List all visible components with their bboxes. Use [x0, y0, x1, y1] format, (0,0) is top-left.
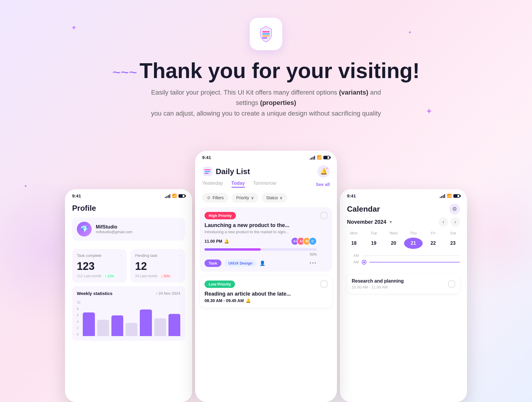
- time-line-1: AM: [347, 254, 460, 258]
- notification-dot: [326, 167, 328, 169]
- chevron-down-icon-2: ∨: [280, 195, 283, 200]
- status-bar-right: 9:41 📶: [340, 189, 467, 201]
- brand: Daily List: [202, 166, 250, 177]
- status-icons-right: 📶: [440, 194, 460, 198]
- high-priority-badge: High Priority: [205, 212, 236, 219]
- filter-filters-button[interactable]: ⚙ Filters: [202, 193, 228, 202]
- cal-day-22[interactable]: 22: [424, 238, 442, 249]
- more-options-icon[interactable]: •••: [309, 260, 317, 266]
- bell-icon: 🔔: [224, 239, 229, 244]
- calendar-grid: Mon Tue Wed Thu Fri Sat 18 19 20 21 22 2…: [340, 231, 467, 249]
- battery-icon-left: [179, 194, 185, 198]
- phone-right: 9:41 📶 Calendar ⚙ November: [340, 189, 467, 402]
- prev-month-button[interactable]: ‹: [439, 217, 448, 227]
- stat-card-pending[interactable]: Pending task › 12 24 Last month ↓ 50%: [130, 249, 185, 283]
- user-email: mifstudio@gmail.com: [96, 230, 132, 234]
- filter-status-button[interactable]: Status ∨: [262, 193, 288, 202]
- weekly-stats-date: ‹ 24 Nov 2024: [156, 291, 180, 296]
- time-track-purple: [369, 262, 460, 262]
- task-card-1[interactable]: High Priority Launching a new product to…: [200, 207, 332, 272]
- status-bar-left: 9:41 📶: [65, 189, 192, 201]
- day-header-mon: Mon: [345, 231, 363, 235]
- tab-yesterday[interactable]: Yesterday: [202, 181, 223, 188]
- weekly-stats-header: Weekly statistics ‹ 24 Nov 2024: [77, 291, 180, 296]
- chart-bar-4: [126, 323, 137, 336]
- calendar-days: 18 19 20 21 22 23: [345, 238, 462, 249]
- stat-card-task-complete[interactable]: Task complete › 123 112 Last month ↑ 11%: [72, 249, 127, 283]
- stat-arrow-1: ›: [121, 253, 122, 258]
- daily-list-header: Daily List 🔔: [195, 162, 337, 178]
- main-title: ~~~Thank you for your visiting!: [112, 59, 420, 82]
- phone-left: 9:41 📶 Profile 💎 MifStudio: [65, 189, 192, 402]
- stat-sub-task: 112 Last month ↑ 11%: [77, 274, 122, 278]
- profile-user-card[interactable]: 💎 MifStudio mifstudio@gmail.com: [72, 218, 185, 241]
- stat-number-pending: 12: [135, 260, 180, 273]
- day-headers: Mon Tue Wed Thu Fri Sat: [345, 231, 462, 235]
- signal-bars-center: [310, 155, 315, 160]
- see-all-button[interactable]: See all: [316, 182, 330, 187]
- weekly-stats-card: Weekly statistics ‹ 24 Nov 2024 1086420: [72, 286, 185, 341]
- task1-tags-row: Task UI/UX Design 👤 •••: [205, 260, 317, 267]
- filter-priority-button[interactable]: Priority ∨: [231, 193, 259, 202]
- tag-design[interactable]: UI/UX Design: [224, 260, 257, 267]
- status-icons-center: 📶: [310, 155, 330, 160]
- month-dropdown-icon[interactable]: ▼: [389, 220, 393, 224]
- signal-bars-right: [440, 194, 445, 198]
- time-line-2: AM: [347, 260, 460, 264]
- tab-tomorrow[interactable]: Tommorow: [253, 181, 276, 188]
- calendar-event-card[interactable]: Research and planning 10.00 AM - 11.00 A…: [347, 274, 460, 294]
- status-time-right: 9:41: [347, 193, 356, 198]
- event-title: Research and planning: [352, 278, 404, 284]
- calendar-title: Calendar: [347, 205, 380, 214]
- tab-today[interactable]: Today: [231, 181, 245, 188]
- svg-rect-6: [205, 171, 210, 172]
- event-info: Research and planning 10.00 AM - 11.00 A…: [352, 278, 404, 289]
- profile-header: Profile 💎 MifStudio mifstudio@gmail.com: [65, 201, 192, 245]
- task2-checkbox[interactable]: [320, 281, 327, 288]
- cal-day-23[interactable]: 23: [444, 238, 462, 249]
- subtitle: Easily tailor your project. This UI Kit …: [148, 87, 384, 119]
- svg-rect-7: [205, 173, 209, 174]
- event-time: 10.00 AM - 11.00 AM: [352, 285, 404, 289]
- tag-task[interactable]: Task: [205, 260, 221, 267]
- time-track-1: [362, 255, 460, 256]
- cal-day-18[interactable]: 18: [345, 238, 363, 249]
- stat-change-down: ↓ 50%: [159, 274, 172, 278]
- person-icon: 👤: [259, 260, 265, 266]
- wave-decoration: ~~~: [112, 65, 137, 80]
- task-card-2[interactable]: Low Priority Reading an article about th…: [200, 276, 332, 308]
- next-month-button[interactable]: ›: [450, 217, 460, 227]
- filter-icon: ⚙: [207, 195, 211, 200]
- settings-gear-button[interactable]: ⚙: [449, 204, 460, 214]
- header-section: ~~~Thank you for your visiting! Easily t…: [0, 0, 532, 119]
- task1-time-row: 11.00 PM 🔔 3+ A B C: [205, 237, 317, 245]
- chart-y-labels: 1086420: [77, 301, 83, 336]
- event-checkbox[interactable]: [448, 281, 455, 288]
- profile-title: Profile: [72, 204, 185, 213]
- wifi-icon-left: 📶: [172, 194, 177, 198]
- avatar: 💎: [77, 222, 92, 236]
- stats-row: Task complete › 123 112 Last month ↑ 11%…: [65, 245, 192, 286]
- calendar-nav-buttons: ‹ ›: [439, 217, 460, 227]
- svg-rect-5: [205, 169, 210, 170]
- cal-day-19[interactable]: 19: [364, 238, 383, 249]
- wifi-icon-center: 📶: [317, 155, 322, 160]
- task1-checkbox[interactable]: [320, 212, 327, 219]
- task2-title: Reading an article about the late...: [205, 291, 317, 297]
- user-info: MifStudio mifstudio@gmail.com: [96, 224, 132, 234]
- status-time-center: 9:41: [202, 155, 211, 160]
- chart-bar-3: [111, 315, 123, 336]
- svg-rect-0: [262, 31, 270, 33]
- cal-day-20[interactable]: 20: [384, 238, 403, 249]
- calendar-header: Calendar ⚙: [340, 201, 467, 214]
- stat-change-up: ↑ 11%: [103, 274, 116, 278]
- cal-day-21[interactable]: 21: [404, 238, 423, 249]
- battery-icon-right: [453, 194, 460, 198]
- task2-time: 08.30 AM - 09.45 AM 🔔: [205, 298, 317, 303]
- chevron-down-icon: ∨: [251, 195, 254, 200]
- day-header-tue: Tue: [364, 231, 383, 235]
- day-header-wed: Wed: [384, 231, 403, 235]
- time-dot: [362, 260, 366, 264]
- status-icons-left: 📶: [165, 194, 185, 198]
- notification-button[interactable]: 🔔: [317, 165, 330, 178]
